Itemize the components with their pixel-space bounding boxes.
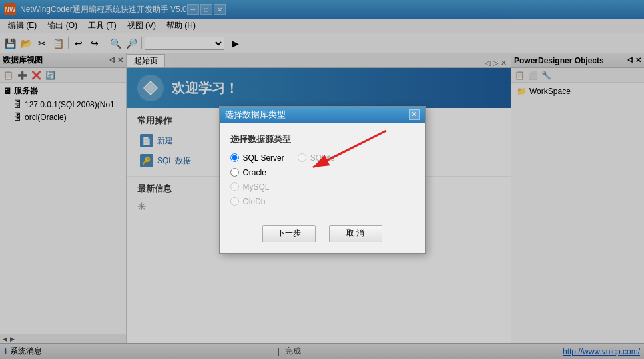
radio-mysql: MySQL: [230, 182, 270, 192]
radio-oledb-label: OleDb: [243, 197, 266, 206]
radio-sqlite: SQLite: [298, 153, 335, 163]
modal-dialog: 选择数据库类型 ✕ 选择数据源类型 SQL Server SQLite: [219, 106, 426, 254]
modal-titlebar: 选择数据库类型 ✕: [220, 107, 425, 123]
radio-group: SQL Server SQLite Oracle: [230, 153, 414, 206]
radio-sqlite-label: SQLite: [310, 153, 335, 163]
modal-body: 选择数据源类型 SQL Server SQLite Oracle: [220, 123, 425, 217]
modal-title: 选择数据库类型: [225, 109, 409, 121]
radio-row-1: SQL Server SQLite: [230, 153, 414, 163]
modal-cancel-btn[interactable]: 取 消: [329, 225, 382, 242]
radio-sqlserver-label: SQL Server: [243, 153, 284, 163]
radio-oracle[interactable]: Oracle: [230, 168, 266, 177]
radio-row-4: OleDb: [230, 197, 414, 206]
radio-oledb: OleDb: [230, 197, 266, 206]
modal-overlay: 选择数据库类型 ✕ 选择数据源类型 SQL Server SQLite: [0, 0, 644, 359]
modal-footer: 下一步 取 消: [220, 217, 425, 253]
radio-row-2: Oracle: [230, 168, 414, 177]
radio-sqlserver[interactable]: SQL Server: [230, 153, 284, 163]
radio-mysql-label: MySQL: [243, 182, 270, 192]
modal-next-btn[interactable]: 下一步: [262, 225, 316, 242]
radio-row-3: MySQL: [230, 182, 414, 192]
modal-close-btn[interactable]: ✕: [409, 109, 420, 120]
modal-subtitle: 选择数据源类型: [230, 133, 414, 145]
radio-oracle-label: Oracle: [243, 168, 266, 177]
